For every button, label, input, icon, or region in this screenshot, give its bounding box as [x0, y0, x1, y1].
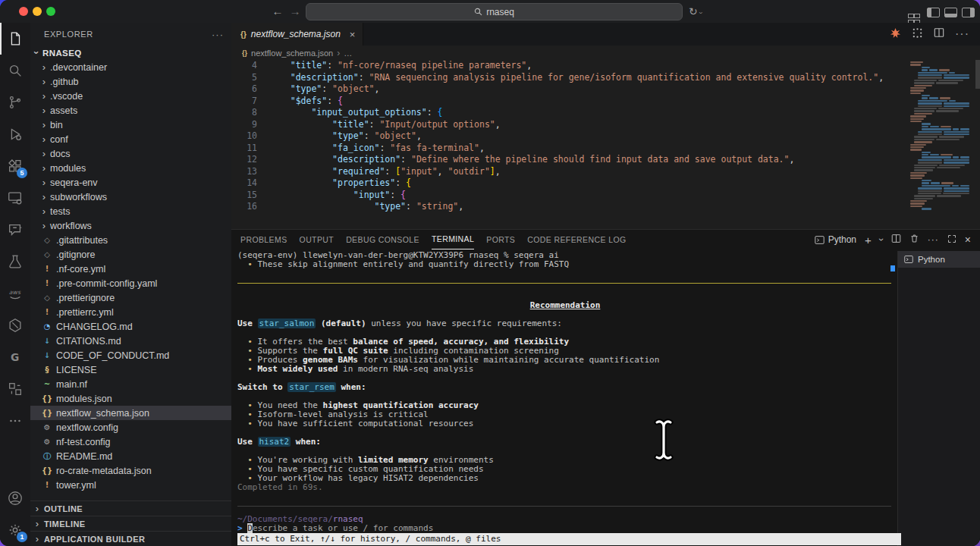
panel-tab-ports[interactable]: PORTS — [486, 231, 515, 249]
tree-file-CHANGELOG.md[interactable]: ◔CHANGELOG.md — [30, 319, 231, 334]
activity-remote-explorer-icon[interactable] — [0, 182, 30, 214]
tab-close-icon[interactable]: × — [350, 29, 356, 40]
toggle-left-sidebar-icon[interactable] — [927, 7, 940, 20]
activity-settings-icon[interactable]: 1 — [0, 514, 30, 546]
panel-tab-terminal[interactable]: TERMINAL — [432, 230, 474, 249]
tree-folder-docs[interactable]: ›docs — [30, 146, 231, 161]
code-line-7[interactable]: 7 "$defs": { — [231, 96, 980, 108]
traffic-light-close[interactable] — [19, 7, 28, 16]
panel-tab-debug-console[interactable]: DEBUG CONSOLE — [346, 231, 419, 249]
split-terminal-icon[interactable] — [891, 234, 901, 246]
tree-file-modules.json[interactable]: {}modules.json — [30, 391, 231, 406]
activity-account-icon[interactable] — [0, 482, 30, 514]
tree-file-nf-test.config[interactable]: ⚙nf-test.config — [30, 435, 231, 449]
code-line-13[interactable]: 13 "required": ["input", "outdir"], — [231, 166, 980, 178]
tree-file-main.nf[interactable]: ~main.nf — [30, 377, 231, 391]
sidebar-section-outline[interactable]: ›OUTLINE — [30, 500, 231, 516]
panel-tab-problems[interactable]: PROBLEMS — [240, 231, 287, 249]
code-editor[interactable]: 4 "title": "nf-core/rnaseq pipeline para… — [231, 60, 980, 229]
breadcrumb[interactable]: {} nextflow_schema.json › … — [231, 46, 980, 60]
tree-file-nextflow.config[interactable]: ⚙nextflow.config — [30, 420, 231, 435]
panel-tab-code-reference-log[interactable]: CODE REFERENCE LOG — [527, 231, 626, 249]
code-line-6[interactable]: 6 "type": "object", — [231, 83, 980, 96]
maximize-panel-icon[interactable] — [947, 234, 956, 246]
traffic-light-minimize[interactable] — [33, 7, 42, 16]
split-editor-icon[interactable] — [934, 27, 944, 41]
activity-explorer-icon[interactable] — [0, 23, 30, 55]
code-line-5[interactable]: 5 "description": "RNA sequencing analysi… — [231, 72, 980, 84]
tree-folder-conf[interactable]: ›conf — [30, 132, 231, 146]
tree-folder-.github[interactable]: ›.github — [30, 74, 231, 89]
code-line-12[interactable]: 12 "description": "Define where the pipe… — [231, 154, 980, 166]
code-line-16[interactable]: 16 "type": "string", — [231, 201, 980, 213]
minimap[interactable] — [907, 61, 969, 229]
code-line-4[interactable]: 4 "title": "nf-core/rnaseq pipeline para… — [231, 60, 980, 72]
activity-chat-icon[interactable] — [0, 214, 30, 246]
activity-more-icon[interactable] — [0, 405, 30, 437]
tree-file-.prettierignore[interactable]: ◇.prettierignore — [30, 290, 231, 305]
tree-file-ro-crate-metadata.json[interactable]: {}ro-crate-metadata.json — [30, 463, 231, 478]
activity-testing-icon[interactable] — [0, 246, 30, 278]
code-line-9[interactable]: 9 "title": "Input/output options", — [231, 119, 980, 131]
tree-file-README.md[interactable]: ⓘREADME.md — [30, 449, 231, 463]
traffic-light-zoom[interactable] — [46, 7, 55, 16]
tab-nextflow-schema[interactable]: {} nextflow_schema.json × — [231, 23, 363, 46]
tree-file-.pre-commit-config.yaml[interactable]: !.pre-commit-config.yaml — [30, 276, 231, 290]
activity-snippets-icon[interactable] — [0, 373, 30, 405]
terminal-prompt-input[interactable]: > Describe a task or use / for commands — [237, 524, 893, 533]
editor-more-actions-icon[interactable]: ··· — [955, 27, 969, 41]
tree-folder-workflows[interactable]: ›workflows — [30, 218, 231, 233]
sidebar-section-timeline[interactable]: ›TIMELINE — [30, 516, 231, 531]
code-line-8[interactable]: 8 "input_output_options": { — [231, 107, 980, 119]
tree-file-CODE_OF_CONDUCT.md[interactable]: ↓CODE_OF_CONDUCT.md — [30, 348, 231, 362]
tree-file-tower.yml[interactable]: !tower.yml — [30, 478, 231, 492]
close-panel-icon[interactable]: × — [965, 234, 971, 246]
tree-file-LICENSE[interactable]: §LICENSE — [30, 362, 231, 377]
terminal-output[interactable]: (seqera-env) llewelyn-van-der-berg@KTW2Y… — [237, 251, 893, 534]
kill-terminal-icon[interactable] — [909, 234, 919, 246]
tree-folder-subworkflows[interactable]: ›subworkflows — [30, 190, 231, 204]
tree-folder-tests[interactable]: ›tests — [30, 204, 231, 218]
tree-file-.nf-core.yml[interactable]: !.nf-core.yml — [30, 262, 231, 276]
tree-file-CITATIONS.md[interactable]: ↓CITATIONS.md — [30, 334, 231, 348]
tree-root-rnaseq[interactable]: ›RNASEQ — [30, 46, 231, 60]
tree-folder-seqera-env[interactable]: ›seqera-env — [30, 175, 231, 190]
activity-run-debug-icon[interactable] — [0, 118, 30, 150]
tree-folder-assets[interactable]: ›assets — [30, 103, 231, 118]
tree-folder-bin[interactable]: ›bin — [30, 118, 231, 132]
activity-source-control-icon[interactable] — [0, 86, 30, 118]
activity-aws-icon[interactable]: aws — [0, 278, 30, 309]
command-center-search[interactable]: rnaseq — [306, 3, 683, 20]
history-forward-button[interactable]: → — [287, 3, 303, 20]
sidebar-section-application-builder[interactable]: ›APPLICATION BUILDER — [30, 531, 231, 546]
tree-file-.gitattributes[interactable]: ◇.gitattributes — [30, 233, 231, 247]
reload-window-icon[interactable]: ↻› — [689, 5, 702, 17]
panel-tab-output[interactable]: OUTPUT — [300, 231, 335, 249]
tree-folder-.devcontainer[interactable]: ›.devcontainer — [30, 60, 231, 74]
toggle-bottom-panel-icon[interactable] — [944, 7, 957, 20]
run-schema-icon[interactable] — [912, 27, 923, 42]
tree-file-.prettierrc.yml[interactable]: !.prettierrc.yml — [30, 305, 231, 319]
history-back-button[interactable]: ← — [269, 3, 286, 20]
activity-gitlens-icon[interactable]: G — [0, 341, 30, 373]
tree-file-.gitignore[interactable]: ◇.gitignore — [30, 247, 231, 262]
layout-grid-icon[interactable] — [908, 8, 919, 24]
toggle-right-sidebar-icon[interactable] — [962, 7, 975, 20]
new-terminal-icon[interactable]: + — [865, 234, 872, 246]
explorer-more-actions-icon[interactable]: ··· — [212, 29, 224, 40]
code-line-11[interactable]: 11 "fa_icon": "fas fa-terminal", — [231, 143, 980, 155]
prettier-format-icon[interactable] — [890, 27, 901, 42]
tree-folder-.vscode[interactable]: ›.vscode — [30, 89, 231, 103]
tree-folder-modules[interactable]: ›modules — [30, 161, 231, 175]
tree-file-nextflow_schema.json[interactable]: {}nextflow_schema.json — [30, 406, 231, 420]
panel-more-actions-icon[interactable]: ··· — [928, 234, 939, 245]
terminal-dropdown-chevron-icon[interactable]: › — [876, 238, 887, 241]
activity-search-icon[interactable] — [0, 55, 30, 86]
activity-hexagon-tool-icon[interactable] — [0, 309, 30, 341]
terminal-list-item-python[interactable]: Python — [898, 251, 980, 268]
code-line-15[interactable]: 15 "input": { — [231, 190, 980, 202]
activity-extensions-icon[interactable]: 5 — [0, 150, 30, 182]
code-line-10[interactable]: 10 "type": "object", — [231, 130, 980, 143]
code-line-14[interactable]: 14 "properties": { — [231, 177, 980, 190]
shell-selector[interactable]: Python — [815, 234, 856, 245]
